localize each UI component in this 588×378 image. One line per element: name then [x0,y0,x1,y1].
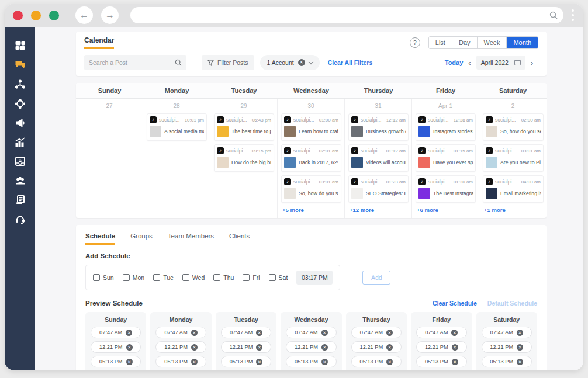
remove-time-icon[interactable]: ✕ [321,344,328,351]
tab-schedule[interactable]: Schedule [85,228,115,245]
post-card[interactable]: ♪socialpi...04:00 amEmail marketing is..… [483,175,544,203]
account-filter-chip[interactable]: 1 Account ✕ [260,55,320,70]
remove-time-icon[interactable]: ✕ [451,330,458,336]
post-card[interactable]: ♪socialpi...12:12 amBusiness growth ca..… [348,113,409,141]
address-bar[interactable] [130,7,563,23]
help-icon[interactable]: ? [410,37,420,48]
remove-time-icon[interactable]: ✕ [321,330,328,336]
remove-time-icon[interactable]: ✕ [517,330,523,336]
month-picker[interactable]: April 2022 [476,56,525,70]
sidebar-item-posts[interactable] [5,56,35,75]
forward-button[interactable]: → [101,6,119,24]
chevron-down-icon[interactable] [308,59,313,64]
post-card[interactable]: ♪socialpi...02:00 amSo, how do you sel..… [483,113,544,141]
post-card[interactable]: ♪socialpi...01:15 amHave you ever spen..… [416,144,476,172]
post-card[interactable]: ♪socialpi...01:23 amSEO Strategies: Ho..… [348,175,409,203]
remove-time-icon[interactable]: ✕ [386,344,393,351]
sidebar-item-billing[interactable] [5,190,35,210]
post-card[interactable]: ♪socialpi...01:12 amVideos will accoun..… [348,144,409,172]
day-header-row: SundayMondayTuesdayWednesdayThursdayFrid… [76,83,547,99]
remove-time-icon[interactable]: ✕ [517,359,523,365]
prev-month-icon[interactable]: ‹ [468,58,471,67]
post-card[interactable]: ♪socialpi...06:43 pmThe best time to p..… [214,113,274,141]
day-header: Saturday [479,83,547,98]
view-week[interactable]: Week [477,37,507,48]
day-checkbox-wed[interactable]: Wed [182,274,205,281]
remove-time-icon[interactable]: ✕ [191,330,198,336]
post-card[interactable]: ♪socialpi...12:38 amInstagram stories'..… [416,113,476,141]
sidebar-item-dashboard[interactable] [5,36,35,56]
remove-time-icon[interactable]: ✕ [256,330,262,336]
back-button[interactable]: ← [75,6,93,24]
day-checkbox-thu[interactable]: Thu [213,274,234,281]
post-card[interactable]: ♪socialpi...02:01 amBack in 2017, 62% ..… [281,144,341,172]
schedule-tabs: ScheduleGroupsTeam MembersClients [85,228,537,245]
sidebar-item-team[interactable] [5,171,35,190]
view-month[interactable]: Month [506,37,538,48]
close-window-button[interactable] [13,11,23,20]
day-checkbox-tue[interactable]: Tue [153,274,174,281]
sidebar-item-discover[interactable] [5,94,35,113]
day-checkbox-fri[interactable]: Fri [243,274,260,281]
post-card[interactable]: ♪socialpi...01:00 amLearn how to craft..… [281,113,341,141]
sidebar-item-inbox[interactable] [5,152,35,171]
more-posts-link[interactable]: +1 more [484,207,547,213]
time-input[interactable]: 03:17 PM [296,271,333,285]
more-posts-link[interactable]: +6 more [417,207,479,213]
tab-clients[interactable]: Clients [229,228,250,245]
sidebar-item-promote[interactable] [5,113,35,133]
day-checkbox-sun[interactable]: Sun [93,274,114,281]
maximize-window-button[interactable] [49,11,59,20]
browser-menu-icon[interactable] [572,9,574,21]
post-title: Learn how to craft... [299,129,338,134]
post-card[interactable]: ♪socialpi...03:01 amAre you new to Pin..… [483,144,544,172]
remove-time-icon[interactable]: ✕ [452,359,458,365]
remove-time-icon[interactable]: ✕ [191,359,198,365]
post-card[interactable]: ♪socialpi...03:01 amSo, how do you sel..… [281,175,341,203]
filter-posts-label: Filter Posts [217,59,248,66]
sidebar-item-connect[interactable] [5,75,35,94]
remove-time-icon[interactable]: ✕ [452,344,458,351]
add-button[interactable]: Add [362,271,390,285]
tab-calendar[interactable]: Calendar [84,36,114,49]
remove-time-icon[interactable]: ✕ [256,359,262,365]
remove-time-icon[interactable]: ✕ [256,344,262,351]
post-thumbnail [418,188,430,199]
remove-time-icon[interactable]: ✕ [126,344,133,351]
remove-account-icon[interactable]: ✕ [298,59,305,66]
post-card[interactable]: ♪socialpi...01:30 amThe Best Instagram..… [416,175,476,203]
remove-time-icon[interactable]: ✕ [126,330,132,336]
post-card[interactable]: ♪socialpi...10:01 pmA social media man..… [147,113,207,141]
search-icon [175,59,182,66]
calendar-grid: SundayMondayTuesdayWednesdayThursdayFrid… [76,83,547,218]
default-schedule-link[interactable]: Default Schedule [487,300,537,307]
post-header: ♪socialpi...01:15 am [418,147,473,154]
more-posts-link[interactable]: +12 more [350,207,411,213]
remove-time-icon[interactable]: ✕ [386,359,393,365]
day-checkbox-mon[interactable]: Mon [123,274,144,281]
clear-all-filters-link[interactable]: Clear All Filters [328,59,373,66]
more-posts-link[interactable]: +5 more [282,207,344,213]
pill-time-label: 12:21 PM [360,344,383,350]
remove-time-icon[interactable]: ✕ [386,330,393,336]
clear-schedule-link[interactable]: Clear Schedule [433,300,477,307]
post-header: ♪socialpi...03:01 am [284,178,338,185]
remove-time-icon[interactable]: ✕ [126,359,133,365]
search-post-input[interactable]: Search a Post [84,55,186,70]
remove-time-icon[interactable]: ✕ [517,344,523,351]
sidebar-item-analytics[interactable] [5,133,35,152]
next-month-icon[interactable]: › [531,58,533,67]
today-button[interactable]: Today [445,59,464,66]
remove-time-icon[interactable]: ✕ [191,344,198,351]
sidebar-item-support[interactable] [5,210,35,229]
day-checkbox-sat[interactable]: Sat [269,274,288,281]
view-list[interactable]: List [429,37,452,48]
filter-posts-button[interactable]: Filter Posts [202,55,254,70]
post-card[interactable]: ♪socialpi...09:15 pmHow do the big bra..… [214,144,274,172]
tab-groups[interactable]: Groups [130,228,153,245]
view-day[interactable]: Day [452,37,477,48]
remove-time-icon[interactable]: ✕ [321,359,328,365]
post-time: 12:12 am [386,117,406,123]
tab-team-members[interactable]: Team Members [168,228,214,245]
minimize-window-button[interactable] [31,11,41,20]
